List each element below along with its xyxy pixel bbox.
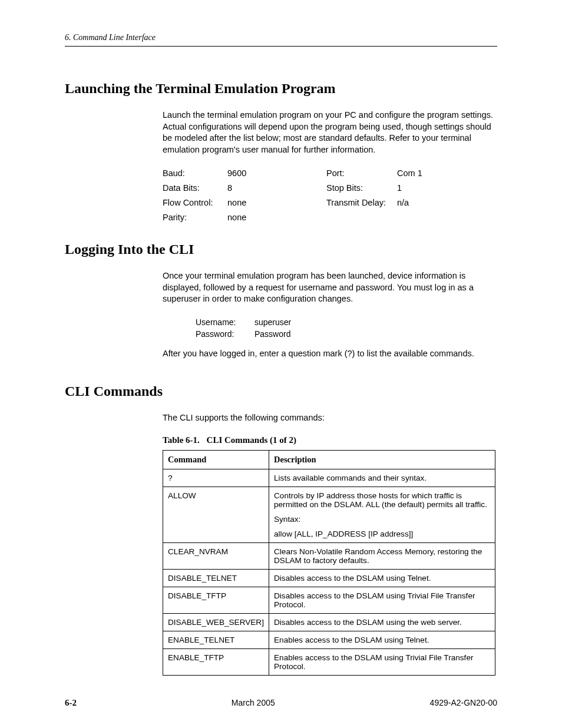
settings-left-column: Baud:9600 Data Bits:8 Flow Control:none … <box>163 167 263 224</box>
section-heading-logging: Logging Into the CLI <box>65 241 497 257</box>
footer-docnum: 4929-A2-GN20-00 <box>430 698 497 708</box>
cred-value: superuser <box>254 317 291 329</box>
setting-label: Transmit Delay: <box>326 197 397 209</box>
table-row: DISABLE_TFTPDisables access to the DSLAM… <box>163 587 495 614</box>
section2-body2: After you have logged in, enter a questi… <box>163 348 497 360</box>
command-cell: DISABLE_WEB_SERVER] <box>163 614 269 631</box>
table-row: DISABLE_WEB_SERVER]Disables access to th… <box>163 614 495 631</box>
setting-value: none <box>227 211 263 224</box>
cred-value: Password <box>254 329 290 340</box>
setting-label: Stop Bits: <box>326 182 397 194</box>
description-cell: Enables access to the DSLAM using Trivia… <box>269 649 495 676</box>
table-caption: Table 6-1. CLI Commands (1 of 2) <box>163 435 497 445</box>
description-cell: Disables access to the DSLAM using the w… <box>269 614 495 631</box>
section1-body: Launch the terminal emulation program on… <box>163 110 497 155</box>
description-paragraph: allow [ALL, IP_ADDRESS [IP address]] <box>274 530 490 538</box>
description-cell: Controls by IP address those hosts for w… <box>269 487 495 543</box>
setting-label: Baud: <box>163 167 227 180</box>
description-paragraph: Syntax: <box>274 515 490 524</box>
table-header-description: Description <box>269 451 495 469</box>
section-heading-cli-commands: CLI Commands <box>65 383 497 399</box>
description-cell: Lists available commands and their synta… <box>269 469 495 487</box>
table-number: Table 6-1. <box>163 435 200 445</box>
table-row: ALLOWControls by IP address those hosts … <box>163 487 495 543</box>
command-cell: CLEAR_NVRAM <box>163 543 269 570</box>
table-header-command: Command <box>163 451 269 469</box>
table-row: CLEAR_NVRAMClears Non-Volatile Random Ac… <box>163 543 495 570</box>
description-cell: Clears Non-Volatile Random Access Memory… <box>269 543 495 570</box>
description-paragraph: Controls by IP address those hosts for w… <box>274 491 490 509</box>
page-header: 6. Command Line Interface <box>65 33 497 47</box>
setting-value: 9600 <box>227 167 263 180</box>
footer-date: March 2005 <box>232 698 275 708</box>
description-paragraph: Clears Non-Volatile Random Access Memory… <box>274 547 490 565</box>
command-cell: ENABLE_TELNET <box>163 631 269 649</box>
section3-body: The CLI supports the following commands: <box>163 412 497 424</box>
table-title: CLI Commands (1 of 2) <box>207 435 297 445</box>
description-paragraph: Enables access to the DSLAM using Trivia… <box>274 653 490 671</box>
cred-label: Password: <box>196 329 254 340</box>
section-heading-launching: Launching the Terminal Emulation Program <box>65 81 497 97</box>
description-cell: Enables access to the DSLAM using Telnet… <box>269 631 495 649</box>
setting-value: none <box>227 197 263 209</box>
credentials-block: Username:superuser Password:Password <box>196 317 497 340</box>
page-number: 6-2 <box>65 698 77 708</box>
cred-label: Username: <box>196 317 254 329</box>
setting-value: 8 <box>227 182 263 194</box>
cli-commands-table: Command Description ?Lists available com… <box>163 450 495 676</box>
description-paragraph: Disables access to the DSLAM using Telne… <box>274 574 490 583</box>
section2-body1: Once your terminal emulation program has… <box>163 270 497 305</box>
setting-label: Parity: <box>163 211 227 224</box>
setting-value: n/a <box>397 197 409 209</box>
description-paragraph: Disables access to the DSLAM using Trivi… <box>274 591 490 609</box>
description-cell: Disables access to the DSLAM using Telne… <box>269 570 495 587</box>
table-row: ?Lists available commands and their synt… <box>163 469 495 487</box>
table-row: ENABLE_TELNETEnables access to the DSLAM… <box>163 631 495 649</box>
description-paragraph: Lists available commands and their synta… <box>274 474 490 482</box>
command-cell: DISABLE_TFTP <box>163 587 269 614</box>
description-paragraph: Enables access to the DSLAM using Telnet… <box>274 636 490 644</box>
table-row: ENABLE_TFTPEnables access to the DSLAM u… <box>163 649 495 676</box>
setting-value: Com 1 <box>397 167 422 180</box>
settings-right-column: Port:Com 1 Stop Bits:1 Transmit Delay:n/… <box>326 167 422 224</box>
setting-label: Data Bits: <box>163 182 227 194</box>
command-cell: ENABLE_TFTP <box>163 649 269 676</box>
description-cell: Disables access to the DSLAM using Trivi… <box>269 587 495 614</box>
setting-label: Port: <box>326 167 397 180</box>
setting-value: 1 <box>397 182 402 194</box>
table-row: DISABLE_TELNETDisables access to the DSL… <box>163 570 495 587</box>
command-cell: ALLOW <box>163 487 269 543</box>
setting-label: Flow Control: <box>163 197 227 209</box>
command-cell: ? <box>163 469 269 487</box>
description-paragraph: Disables access to the DSLAM using the w… <box>274 618 490 627</box>
command-cell: DISABLE_TELNET <box>163 570 269 587</box>
terminal-settings: Baud:9600 Data Bits:8 Flow Control:none … <box>163 167 497 224</box>
page-footer: 6-2 March 2005 4929-A2-GN20-00 <box>65 698 497 708</box>
